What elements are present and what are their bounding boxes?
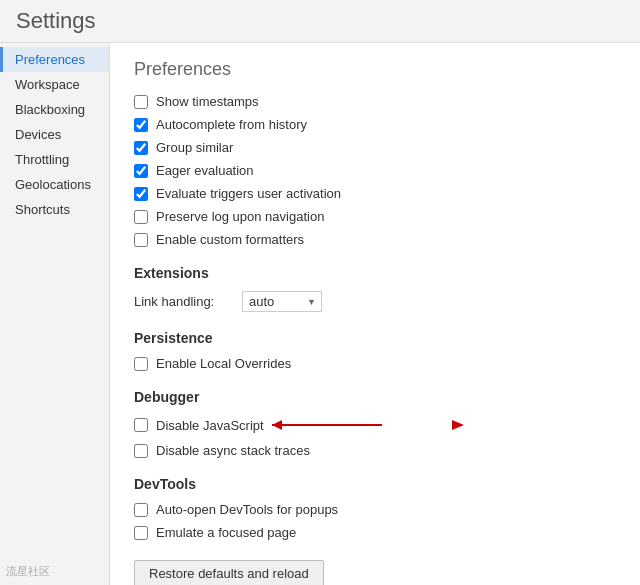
auto-open-devtools-checkbox[interactable] [134, 503, 148, 517]
top-checkboxes-group: Show timestampsAutocomplete from history… [134, 94, 616, 247]
debugger-section: Disable JavaScript Disable async stack t… [134, 415, 616, 458]
settings-header-title: Settings [16, 8, 96, 34]
sidebar-item-workspace[interactable]: Workspace [0, 72, 109, 97]
section-title-devtools: DevTools [134, 476, 616, 492]
disable-async-stack-traces-row: Disable async stack traces [134, 443, 616, 458]
show-timestamps-row: Show timestamps [134, 94, 616, 109]
sidebar-item-geolocations[interactable]: Geolocations [0, 172, 109, 197]
eager-evaluation-label: Eager evaluation [156, 163, 254, 178]
section-title-extensions: Extensions [134, 265, 616, 281]
emulate-focused-page-label: Emulate a focused page [156, 525, 296, 540]
evaluate-triggers-user-activation-label: Evaluate triggers user activation [156, 186, 341, 201]
red-arrow-right-svg [452, 415, 482, 435]
sidebar-nav: PreferencesWorkspaceBlackboxingDevicesTh… [0, 47, 109, 222]
section-title-debugger: Debugger [134, 389, 616, 405]
autocomplete-from-history-row: Autocomplete from history [134, 117, 616, 132]
main-layout: PreferencesWorkspaceBlackboxingDevicesTh… [0, 43, 640, 585]
evaluate-triggers-user-activation-row: Evaluate triggers user activation [134, 186, 616, 201]
svg-marker-1 [272, 420, 282, 430]
disable-async-stack-traces-checkbox[interactable] [134, 444, 148, 458]
disable-javascript-label: Disable JavaScript [156, 418, 264, 433]
preserve-log-upon-navigation-label: Preserve log upon navigation [156, 209, 324, 224]
link-handling-row: Link handling: auto none [134, 291, 616, 312]
preserve-log-upon-navigation-checkbox[interactable] [134, 210, 148, 224]
watermark: 流星社区 [0, 562, 56, 581]
enable-custom-formatters-label: Enable custom formatters [156, 232, 304, 247]
autocomplete-from-history-checkbox[interactable] [134, 118, 148, 132]
enable-local-overrides-checkbox[interactable] [134, 357, 148, 371]
emulate-focused-page-row: Emulate a focused page [134, 525, 616, 540]
red-arrow-left-svg [272, 415, 402, 435]
disable-async-stack-traces-label: Disable async stack traces [156, 443, 310, 458]
group-similar-checkbox[interactable] [134, 141, 148, 155]
disable-javascript-checkbox[interactable] [134, 418, 148, 432]
group-similar-label: Group similar [156, 140, 233, 155]
group-similar-row: Group similar [134, 140, 616, 155]
sidebar-item-devices[interactable]: Devices [0, 122, 109, 147]
show-timestamps-label: Show timestamps [156, 94, 259, 109]
link-handling-select[interactable]: auto none [242, 291, 322, 312]
link-handling-select-wrapper[interactable]: auto none [242, 291, 322, 312]
autocomplete-from-history-label: Autocomplete from history [156, 117, 307, 132]
settings-header: Settings [0, 0, 640, 43]
auto-open-devtools-row: Auto-open DevTools for popups [134, 502, 616, 517]
sidebar-item-blackboxing[interactable]: Blackboxing [0, 97, 109, 122]
disable-javascript-row: Disable JavaScript [134, 418, 264, 433]
restore-defaults-button[interactable]: Restore defaults and reload [134, 560, 324, 585]
sidebar-item-preferences[interactable]: Preferences [0, 47, 109, 72]
link-handling-label: Link handling: [134, 294, 234, 309]
content-title: Preferences [134, 59, 616, 80]
evaluate-triggers-user-activation-checkbox[interactable] [134, 187, 148, 201]
disable-js-annotated-row: Disable JavaScript [134, 415, 616, 435]
enable-local-overrides-label: Enable Local Overrides [156, 356, 291, 371]
preserve-log-upon-navigation-row: Preserve log upon navigation [134, 209, 616, 224]
eager-evaluation-checkbox[interactable] [134, 164, 148, 178]
svg-marker-2 [452, 420, 464, 430]
enable-local-overrides-row: Enable Local Overrides [134, 356, 616, 371]
sidebar-item-shortcuts[interactable]: Shortcuts [0, 197, 109, 222]
enable-custom-formatters-checkbox[interactable] [134, 233, 148, 247]
emulate-focused-page-checkbox[interactable] [134, 526, 148, 540]
content-area: Preferences Show timestampsAutocomplete … [110, 43, 640, 585]
show-timestamps-checkbox[interactable] [134, 95, 148, 109]
section-title-persistence: Persistence [134, 330, 616, 346]
eager-evaluation-row: Eager evaluation [134, 163, 616, 178]
auto-open-devtools-label: Auto-open DevTools for popups [156, 502, 338, 517]
sidebar-item-throttling[interactable]: Throttling [0, 147, 109, 172]
sidebar: PreferencesWorkspaceBlackboxingDevicesTh… [0, 43, 110, 585]
enable-custom-formatters-row: Enable custom formatters [134, 232, 616, 247]
